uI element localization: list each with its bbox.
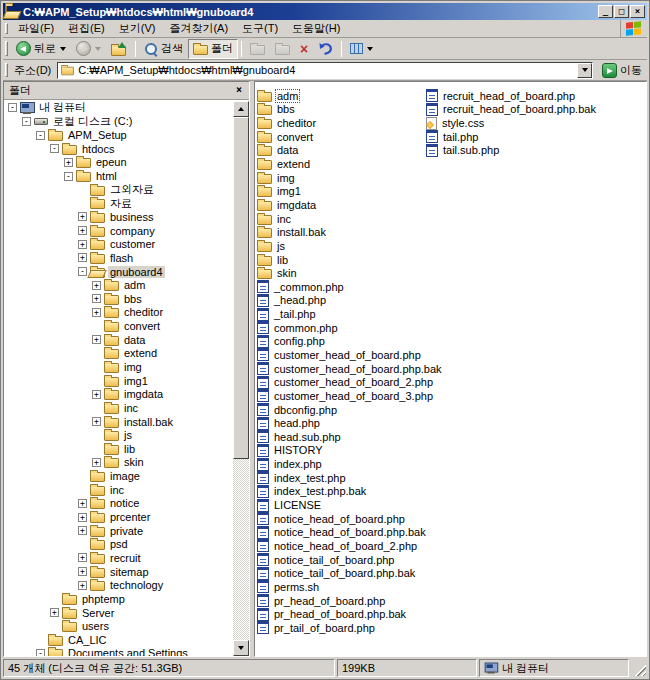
views-dropdown-icon[interactable] xyxy=(367,47,373,51)
file-item-pr-tail-of-board-php[interactable]: pr_tail_of_board.php xyxy=(257,621,443,635)
tree-item-notice[interactable]: +notice xyxy=(4,497,233,511)
folders-button[interactable]: 폴더 xyxy=(188,39,238,59)
tree-item-htdocs[interactable]: -htdocs xyxy=(4,142,233,156)
views-button[interactable] xyxy=(345,39,378,59)
tree-scrollbar[interactable] xyxy=(233,101,249,656)
file-item-notice-head-of-board-2-php[interactable]: notice_head_of_board_2.php xyxy=(257,539,443,553)
tree-item-business[interactable]: +business xyxy=(4,210,233,224)
plus-expander-icon[interactable]: + xyxy=(78,526,87,535)
plus-expander-icon[interactable]: + xyxy=(78,513,87,522)
plus-expander-icon[interactable]: + xyxy=(78,567,87,576)
file-item-tail-php[interactable]: tail.php xyxy=(426,130,597,144)
file-item-index-php[interactable]: index.php xyxy=(257,457,443,471)
plus-expander-icon[interactable]: + xyxy=(78,212,87,221)
minus-expander-icon[interactable]: - xyxy=(78,267,87,276)
file-item-tail-sub-php[interactable]: tail.sub.php xyxy=(426,144,597,158)
tree-item-data[interactable]: +data xyxy=(4,333,233,347)
copy-to-button[interactable] xyxy=(270,39,295,59)
file-item-config-php[interactable]: config.php xyxy=(257,335,443,349)
file-item-style-css[interactable]: style.css xyxy=(426,116,597,130)
plus-expander-icon[interactable]: + xyxy=(92,294,101,303)
file-item-imgdata[interactable]: imgdata xyxy=(257,198,443,212)
tree-item-img[interactable]: img xyxy=(4,360,233,374)
file-item-notice-head-of-board-php[interactable]: notice_head_of_board.php xyxy=(257,512,443,526)
file-item-perms-sh[interactable]: perms.sh xyxy=(257,580,443,594)
minus-expander-icon[interactable]: - xyxy=(36,649,45,656)
tree-item-js[interactable]: js xyxy=(4,428,233,442)
tree-item-customer[interactable]: +customer xyxy=(4,237,233,251)
folders-pane-close-icon[interactable]: × xyxy=(232,84,246,97)
toolbar-grip[interactable] xyxy=(5,41,8,56)
forward-dropdown-icon[interactable] xyxy=(95,47,101,51)
file-item-bbs[interactable]: bbs xyxy=(257,103,443,117)
tree-item-lib[interactable]: lib xyxy=(4,442,233,456)
scroll-down-button[interactable] xyxy=(233,640,249,656)
plus-expander-icon[interactable]: + xyxy=(64,158,73,167)
plus-expander-icon[interactable]: + xyxy=(78,499,87,508)
tree-item-gnuboard4[interactable]: -gnuboard4 xyxy=(4,265,233,279)
tree-item-inc[interactable]: inc xyxy=(4,483,233,497)
tree-item-prcenter[interactable]: +prcenter xyxy=(4,510,233,524)
plus-expander-icon[interactable]: + xyxy=(92,458,101,467)
tree-item-company[interactable]: +company xyxy=(4,224,233,238)
tree-item-item[interactable]: 자료 xyxy=(4,196,233,210)
file-item-notice-tail-of-board-php[interactable]: notice_tail_of_board.php xyxy=(257,553,443,567)
file-item-head-php[interactable]: _head.php xyxy=(257,294,443,308)
menu-tools[interactable]: 도구(T) xyxy=(235,19,285,38)
plus-expander-icon[interactable]: + xyxy=(78,253,87,262)
file-item-pr-head-of-board-php[interactable]: pr_head_of_board.php xyxy=(257,594,443,608)
back-button[interactable]: 뒤로 xyxy=(11,39,71,59)
file-item-img[interactable]: img xyxy=(257,171,443,185)
file-item-convert[interactable]: convert xyxy=(257,130,443,144)
address-value[interactable]: C:₩APM_Setup₩htdocs₩html₩gnuboard4 xyxy=(75,64,577,76)
tree-item-technology[interactable]: +technology xyxy=(4,578,233,592)
tree-item-install-bak[interactable]: +install.bak xyxy=(4,415,233,429)
file-item-extend[interactable]: extend xyxy=(257,157,443,171)
undo-button[interactable] xyxy=(313,39,338,59)
back-dropdown-icon[interactable] xyxy=(60,47,66,51)
tree-item-inc[interactable]: inc xyxy=(4,401,233,415)
file-item-customer-head-of-board-2-php[interactable]: customer_head_of_board_2.php xyxy=(257,375,443,389)
file-item-data[interactable]: data xyxy=(257,144,443,158)
file-item-pr-head-of-board-php-bak[interactable]: pr_head_of_board.php.bak xyxy=(257,607,443,621)
tree-item-extend[interactable]: extend xyxy=(4,347,233,361)
file-item-common-php[interactable]: common.php xyxy=(257,321,443,335)
file-item-recruit-head-of-board-php-bak[interactable]: recruit_head_of_board.php.bak xyxy=(426,103,597,117)
tree-item-skin[interactable]: +skin xyxy=(4,456,233,470)
menu-file[interactable]: 파일(F) xyxy=(11,19,61,38)
file-item-dbconfig-php[interactable]: dbconfig.php xyxy=(257,403,443,417)
plus-expander-icon[interactable]: + xyxy=(92,308,101,317)
tree-item-cheditor[interactable]: +cheditor xyxy=(4,306,233,320)
menu-favorites[interactable]: 즐겨찾기(A) xyxy=(162,19,235,38)
resize-grip[interactable] xyxy=(631,659,647,677)
menu-edit[interactable]: 편집(E) xyxy=(61,19,112,38)
tree-item-server[interactable]: +Server xyxy=(4,606,233,620)
move-to-button[interactable] xyxy=(245,39,270,59)
file-item-notice-tail-of-board-php-bak[interactable]: notice_tail_of_board.php.bak xyxy=(257,566,443,580)
file-item-common-php[interactable]: _common.php xyxy=(257,280,443,294)
tree-item-users[interactable]: users xyxy=(4,619,233,633)
tree-item-private[interactable]: +private xyxy=(4,524,233,538)
tree-item-recruit[interactable]: +recruit xyxy=(4,551,233,565)
file-item-customer-head-of-board-php[interactable]: customer_head_of_board.php xyxy=(257,348,443,362)
tree-item-item[interactable]: 그외자료 xyxy=(4,183,233,197)
minus-expander-icon[interactable]: - xyxy=(50,144,59,153)
scrollbar-track[interactable] xyxy=(233,459,249,640)
tree-item-imgdata[interactable]: +imgdata xyxy=(4,387,233,401)
menu-help[interactable]: 도움말(H) xyxy=(285,19,347,38)
file-item-head-php[interactable]: head.php xyxy=(257,416,443,430)
minus-expander-icon[interactable]: - xyxy=(8,103,17,112)
file-item-adm[interactable]: adm xyxy=(257,89,443,103)
tree-item-ca-lic[interactable]: CA_LIC xyxy=(4,633,233,647)
tree-item-html[interactable]: -html xyxy=(4,169,233,183)
tree-item-sitemap[interactable]: +sitemap xyxy=(4,565,233,579)
minimize-button[interactable]: _ xyxy=(598,5,613,18)
tree-item-psd[interactable]: psd xyxy=(4,538,233,552)
file-item-recruit-head-of-board-php[interactable]: recruit_head_of_board.php xyxy=(426,89,597,103)
delete-button[interactable]: × xyxy=(295,39,313,59)
tree-item-convert[interactable]: convert xyxy=(4,319,233,333)
file-item-customer-head-of-board-3-php[interactable]: customer_head_of_board_3.php xyxy=(257,389,443,403)
tree-item-flash[interactable]: +flash xyxy=(4,251,233,265)
plus-expander-icon[interactable]: + xyxy=(92,417,101,426)
file-item-img1[interactable]: img1 xyxy=(257,184,443,198)
